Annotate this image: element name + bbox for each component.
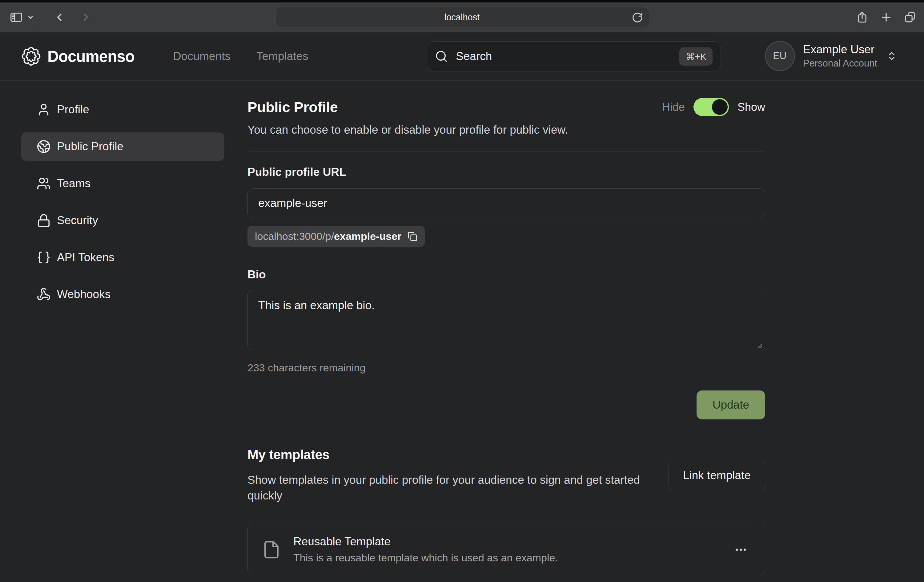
globe-icon [36,139,51,154]
sidebar-item-label: Security [57,214,98,227]
browser-window-controls [856,11,917,24]
public-profile-url-input[interactable] [248,188,765,218]
sidebar-item-api-tokens[interactable]: API Tokens [21,243,224,271]
search-placeholder: Search [456,50,492,63]
copy-icon[interactable] [408,231,417,241]
template-description: This is a reusable template which is use… [293,552,558,564]
browser-nav-controls [9,10,92,24]
forward-button-icon[interactable] [80,11,92,23]
my-templates-description: Show templates in your public profile fo… [248,472,657,503]
app-header: Documenso Documents Templates Search ⌘+K… [0,32,924,81]
public-url-prefix: localhost:3000/p/ [255,230,334,242]
webhook-icon [36,287,51,301]
template-card: Reusable Template This is a reusable tem… [248,524,765,575]
nav-templates[interactable]: Templates [256,50,309,63]
sidebar-item-security[interactable]: Security [21,206,224,235]
sidebar-dropdown-chevron-icon[interactable] [26,13,35,21]
switch-knob [712,99,728,115]
sidebar-item-label: Public Profile [57,140,124,153]
bio-textarea[interactable]: This is an example bio. [248,290,765,351]
brand-name: Documenso [48,48,135,66]
page-subtitle: You can choose to enable or disable your… [248,124,765,136]
sidebar-item-profile[interactable]: Profile [21,96,224,124]
public-url-slug: example-user [334,230,401,242]
search-bar[interactable]: Search ⌘+K [427,41,721,71]
public-profile-url-label: Public profile URL [248,166,765,179]
templates-header-text: My templates Show templates in your publ… [248,447,657,503]
toggle-hide-label: Hide [662,101,685,114]
share-icon[interactable] [856,11,869,24]
top-nav: Documents Templates [173,50,309,63]
link-template-button[interactable]: Link template [668,461,765,490]
window-top-strip [0,0,924,2]
user-name: Example User [803,43,877,56]
search-icon [435,50,448,63]
sidebar-item-teams[interactable]: Teams [21,169,224,198]
my-templates-title: My templates [248,447,657,462]
profile-visibility-toggle-group: Hide Show [662,98,765,116]
settings-sidebar: Profile Public Profile Teams [21,96,224,575]
brand[interactable]: Documenso [21,47,135,66]
update-button[interactable]: Update [696,390,765,419]
sidebar-item-webhooks[interactable]: Webhooks [21,280,224,309]
template-name: Reusable Template [293,535,558,548]
chevrons-up-down-icon [886,51,897,61]
toggle-show-label: Show [738,101,765,114]
resize-handle-icon[interactable] [755,341,763,349]
page-title: Public Profile [248,99,338,116]
toolbar-divider [39,10,39,24]
user-text: Example User Personal Account [803,43,877,69]
public-url-copy-badge[interactable]: localhost:3000/p/example-user [248,226,425,246]
sidebar-toggle-icon[interactable] [9,10,23,24]
template-more-menu-icon[interactable] [731,540,751,559]
address-url[interactable]: localhost [444,12,480,23]
back-button-icon[interactable] [53,11,66,23]
app-body: Profile Public Profile Teams [0,81,924,575]
sidebar-item-public-profile[interactable]: Public Profile [21,132,224,161]
braces-icon [36,250,51,265]
user-account-type: Personal Account [803,58,877,69]
lock-icon [36,213,51,228]
section-divider [248,151,765,152]
user-menu[interactable]: EU Example User Personal Account [765,41,897,71]
reload-icon[interactable] [632,12,643,23]
browser-toolbar: localhost [0,2,924,32]
sidebar-item-label: Teams [57,177,91,190]
sidebar-item-label: Webhooks [57,288,111,301]
documenso-logo-icon [21,47,41,66]
user-icon [36,103,51,117]
sidebar-item-label: Profile [57,103,89,116]
template-text: Reusable Template This is a reusable tem… [293,535,558,564]
tab-overview-icon[interactable] [904,11,917,24]
profile-visibility-switch[interactable] [693,98,729,116]
main-content: Public Profile Hide Show You can choose … [248,96,765,575]
address-bar[interactable]: localhost [275,7,649,27]
bio-char-counter: 233 characters remaining [248,362,765,374]
bio-label: Bio [248,268,765,281]
sidebar-item-label: API Tokens [57,251,114,264]
users-icon [36,177,51,191]
search-shortcut-badge: ⌘+K [679,48,713,66]
avatar[interactable]: EU [765,41,795,71]
file-icon [262,540,281,559]
nav-documents[interactable]: Documents [173,50,231,63]
new-tab-icon[interactable] [879,11,893,24]
